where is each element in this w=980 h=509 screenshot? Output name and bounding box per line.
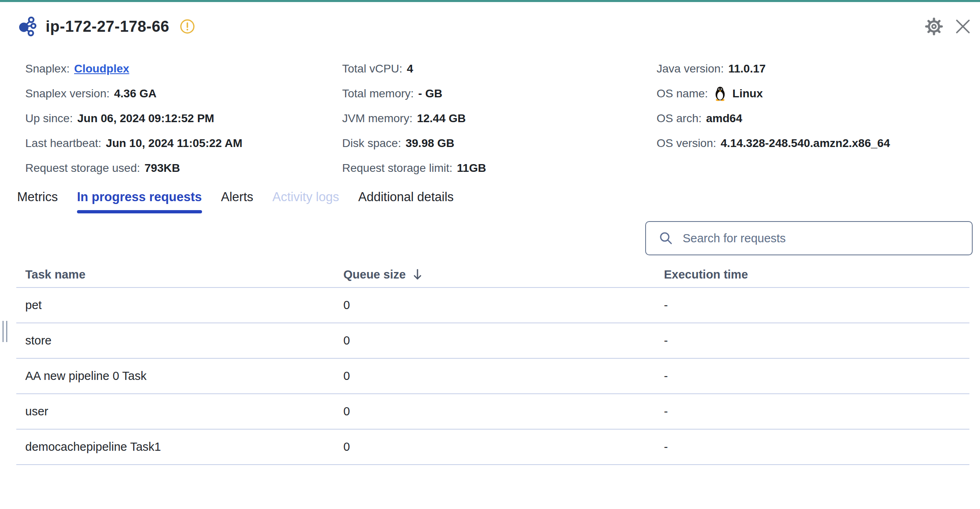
table-header-row: Task name Queue size Execution time bbox=[16, 262, 969, 288]
tab-in-progress-requests[interactable]: In progress requests bbox=[77, 190, 202, 213]
info-row-jvm-memory: JVM memory: 12.44 GB bbox=[342, 106, 657, 131]
info-row-total-vcpu: Total vCPU: 4 bbox=[342, 56, 657, 81]
info-row-total-memory: Total memory: - GB bbox=[342, 81, 657, 106]
cell-queue-size: 0 bbox=[343, 440, 664, 454]
column-header-task-name[interactable]: Task name bbox=[25, 268, 343, 281]
info-row-os-name: OS name: Linux bbox=[657, 81, 968, 106]
cell-task-name: pet bbox=[25, 298, 343, 312]
table-row: AA new pipeline 0 Task 0 - bbox=[16, 359, 969, 394]
info-row-disk-space: Disk space: 39.98 GB bbox=[342, 131, 657, 156]
cell-execution-time: - bbox=[664, 440, 969, 454]
info-value: 11GB bbox=[457, 162, 486, 175]
cell-queue-size: 0 bbox=[343, 405, 664, 418]
info-column-1: Snaplex: Cloudplex Snaplex version: 4.36… bbox=[25, 56, 342, 180]
info-value: Jun 06, 2024 09:12:52 PM bbox=[77, 112, 214, 125]
info-row-up-since: Up since: Jun 06, 2024 09:12:52 PM bbox=[25, 106, 342, 131]
info-row-snaplex: Snaplex: Cloudplex bbox=[25, 56, 342, 81]
cell-queue-size: 0 bbox=[343, 334, 664, 347]
cell-task-name: democachepipeline Task1 bbox=[25, 440, 343, 454]
info-label: Up since: bbox=[25, 112, 73, 125]
info-value: 12.44 GB bbox=[417, 112, 466, 125]
info-row-request-storage-limit: Request storage limit: 11GB bbox=[342, 156, 657, 180]
close-button[interactable] bbox=[955, 18, 971, 35]
tab-additional-details[interactable]: Additional details bbox=[358, 190, 453, 213]
warning-icon bbox=[180, 19, 195, 34]
info-value: 11.0.17 bbox=[728, 62, 766, 75]
snaplex-node-icon bbox=[19, 16, 37, 37]
window-controls bbox=[925, 17, 971, 36]
info-row-last-heartbeat: Last heartbeat: Jun 10, 2024 11:05:22 AM bbox=[25, 131, 342, 156]
info-label: OS name: bbox=[657, 87, 708, 100]
info-label: OS arch: bbox=[657, 112, 701, 125]
settings-button[interactable] bbox=[925, 17, 943, 36]
gear-icon bbox=[925, 17, 943, 36]
tab-alerts[interactable]: Alerts bbox=[221, 190, 253, 213]
info-label: Total vCPU: bbox=[342, 62, 402, 75]
table-row: pet 0 - bbox=[16, 288, 969, 323]
info-label: Request storage used: bbox=[25, 162, 140, 175]
requests-table: Task name Queue size Execution time pet … bbox=[16, 262, 969, 465]
info-column-2: Total vCPU: 4 Total memory: - GB JVM mem… bbox=[342, 56, 657, 180]
info-value: Linux bbox=[732, 87, 763, 100]
info-value: 39.98 GB bbox=[406, 137, 455, 150]
top-accent-bar bbox=[0, 0, 980, 2]
info-label: Snaplex version: bbox=[25, 87, 110, 100]
sort-desc-arrow-icon bbox=[412, 268, 423, 281]
info-row-java-version: Java version: 11.0.17 bbox=[657, 56, 968, 81]
panel-resize-handle[interactable] bbox=[2, 321, 7, 342]
info-value: - GB bbox=[418, 87, 442, 100]
info-label: Java version: bbox=[657, 62, 724, 75]
search-box bbox=[645, 221, 973, 255]
tab-activity-logs: Activity logs bbox=[272, 190, 339, 213]
column-header-label: Queue size bbox=[343, 268, 406, 281]
info-row-request-storage-used: Request storage used: 793KB bbox=[25, 156, 342, 180]
column-header-queue-size[interactable]: Queue size bbox=[343, 268, 664, 281]
info-value: 4.14.328-248.540.amzn2.x86_64 bbox=[721, 137, 890, 150]
info-value: 4.36 GA bbox=[114, 87, 156, 100]
cell-execution-time: - bbox=[664, 369, 969, 383]
info-value: amd64 bbox=[706, 112, 742, 125]
tab-bar: Metrics In progress requests Alerts Acti… bbox=[17, 190, 454, 213]
table-row: user 0 - bbox=[16, 394, 969, 430]
node-info-grid: Snaplex: Cloudplex Snaplex version: 4.36… bbox=[25, 56, 968, 180]
snaplex-link[interactable]: Cloudplex bbox=[74, 62, 129, 75]
cell-queue-size: 0 bbox=[343, 298, 664, 312]
info-label: Total memory: bbox=[342, 87, 414, 100]
info-value: 4 bbox=[407, 62, 413, 75]
search-input[interactable] bbox=[682, 231, 962, 246]
column-header-execution-time[interactable]: Execution time bbox=[664, 268, 969, 281]
linux-penguin-icon bbox=[714, 86, 726, 101]
table-row: democachepipeline Task1 0 - bbox=[16, 430, 969, 465]
info-row-snaplex-version: Snaplex version: 4.36 GA bbox=[25, 81, 342, 106]
search-icon bbox=[659, 231, 673, 245]
cell-queue-size: 0 bbox=[343, 369, 664, 383]
info-value: Jun 10, 2024 11:05:22 AM bbox=[106, 137, 242, 150]
info-label: OS version: bbox=[657, 137, 716, 150]
column-header-label: Execution time bbox=[664, 268, 748, 281]
cell-execution-time: - bbox=[664, 405, 969, 418]
info-column-3: Java version: 11.0.17 OS name: bbox=[657, 56, 968, 180]
page-title: ip-172-27-178-66 bbox=[46, 18, 169, 35]
info-label: Snaplex: bbox=[25, 62, 70, 75]
info-value: 793KB bbox=[145, 162, 180, 175]
info-label: Last heartbeat: bbox=[25, 137, 101, 150]
panel-header: ip-172-27-178-66 bbox=[19, 16, 195, 37]
info-row-os-version: OS version: 4.14.328-248.540.amzn2.x86_6… bbox=[657, 131, 968, 156]
cell-task-name: store bbox=[25, 334, 343, 347]
cell-execution-time: - bbox=[664, 334, 969, 347]
info-label: Disk space: bbox=[342, 137, 401, 150]
info-row-os-arch: OS arch: amd64 bbox=[657, 106, 968, 131]
cell-task-name: user bbox=[25, 405, 343, 418]
info-label: Request storage limit: bbox=[342, 162, 453, 175]
column-header-label: Task name bbox=[25, 268, 86, 281]
table-row: store 0 - bbox=[16, 323, 969, 359]
tab-metrics[interactable]: Metrics bbox=[17, 190, 58, 213]
cell-task-name: AA new pipeline 0 Task bbox=[25, 369, 343, 383]
info-label: JVM memory: bbox=[342, 112, 413, 125]
cell-execution-time: - bbox=[664, 298, 969, 312]
close-icon bbox=[955, 18, 971, 35]
